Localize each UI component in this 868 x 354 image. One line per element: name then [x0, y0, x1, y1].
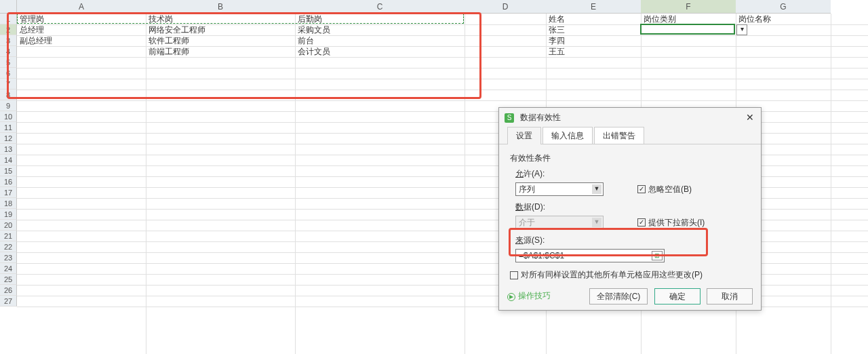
data-select: 介于▼: [515, 216, 604, 229]
cell-C4[interactable]: 会计文员: [295, 46, 465, 57]
col-header-F[interactable]: F: [641, 0, 736, 14]
dropdown-checkbox[interactable]: 提供下拉箭头(I): [637, 217, 705, 229]
allow-label: 允许(A):: [515, 168, 750, 180]
dialog-titlebar[interactable]: S 数据有效性 ✕: [499, 108, 761, 127]
row-header-10[interactable]: 10: [0, 111, 17, 122]
source-input[interactable]: =$A$1:$C$1⊞: [515, 249, 665, 262]
cell-E3[interactable]: 李四: [546, 35, 641, 46]
row-header-14[interactable]: 14: [0, 155, 17, 165]
cell-A3[interactable]: 副总经理: [17, 35, 146, 46]
chevron-down-icon: ▼: [592, 184, 601, 194]
condition-label: 有效性条件: [510, 153, 750, 164]
app-icon: S: [505, 113, 514, 123]
row-header-23[interactable]: 23: [0, 252, 17, 263]
row-header-13[interactable]: 13: [0, 144, 17, 155]
row-header-9[interactable]: 9: [0, 100, 17, 111]
dialog-tabs: 设置输入信息出错警告: [499, 127, 761, 144]
col-header-E[interactable]: E: [546, 0, 641, 14]
cell-E1[interactable]: 姓名: [546, 14, 641, 24]
cell-B3[interactable]: 软件工程师: [146, 35, 295, 46]
cell-A2[interactable]: 总经理: [17, 24, 146, 35]
active-cell-outline: [640, 24, 735, 35]
cell-E2[interactable]: 张三: [546, 24, 641, 35]
row-header-4[interactable]: 4: [0, 46, 17, 57]
col-header-A[interactable]: A: [17, 0, 146, 14]
col-header-C[interactable]: C: [295, 0, 465, 14]
cell-dropdown-button[interactable]: ▾: [736, 24, 747, 35]
allow-select[interactable]: 序列▼: [515, 182, 604, 196]
row-header-12[interactable]: 12: [0, 133, 17, 144]
cell-B2[interactable]: 网络安全工程师: [146, 24, 295, 35]
row-header-11[interactable]: 11: [0, 122, 17, 133]
dialog-title: 数据有效性: [520, 113, 561, 122]
source-label: 来源(S):: [515, 235, 750, 246]
cell-B1[interactable]: 技术岗: [146, 14, 295, 24]
cell-B4[interactable]: 前端工程师: [146, 46, 295, 57]
cell-E4[interactable]: 王五: [546, 46, 641, 57]
row-header-27[interactable]: 27: [0, 296, 17, 307]
clear-all-button[interactable]: 全部清除(C): [589, 288, 648, 304]
row-header-3[interactable]: 3: [0, 35, 17, 46]
cell-G1[interactable]: 岗位名称: [736, 14, 831, 24]
close-icon[interactable]: ✕: [743, 111, 757, 124]
row-header-20[interactable]: 20: [0, 220, 17, 231]
col-header-B[interactable]: B: [146, 0, 295, 14]
row-header-16[interactable]: 16: [0, 176, 17, 187]
cell-C3[interactable]: 前台: [295, 35, 465, 46]
ok-button[interactable]: 确定: [654, 288, 701, 304]
col-header-D[interactable]: D: [465, 0, 546, 14]
select-all-corner[interactable]: [0, 0, 17, 14]
row-header-8[interactable]: 8: [0, 90, 17, 100]
row-header-18[interactable]: 18: [0, 198, 17, 209]
row-header-19[interactable]: 19: [0, 209, 17, 220]
cell-C1[interactable]: 后勤岗: [295, 14, 465, 24]
col-header-G[interactable]: G: [736, 0, 831, 14]
cell-A1[interactable]: 管理岗: [17, 14, 146, 24]
row-header-5[interactable]: 5: [0, 57, 17, 68]
row-header-24[interactable]: 24: [0, 263, 17, 274]
cell-F1[interactable]: 岗位类别: [641, 14, 736, 24]
row-header-17[interactable]: 17: [0, 187, 17, 198]
cancel-button[interactable]: 取消: [707, 288, 753, 304]
tab-0[interactable]: 设置: [507, 127, 541, 144]
tab-2[interactable]: 出错警告: [594, 127, 644, 144]
row-header-1[interactable]: 1: [0, 14, 17, 24]
apply-all-checkbox[interactable]: 对所有同样设置的其他所有单元格应用这些更改(P): [510, 269, 750, 281]
row-header-6[interactable]: 6: [0, 68, 17, 79]
row-header-7[interactable]: 7: [0, 79, 17, 90]
data-label: 数据(D):: [515, 201, 750, 213]
tab-1[interactable]: 输入信息: [542, 127, 593, 144]
cell-C2[interactable]: 采购文员: [295, 24, 465, 35]
row-header-22[interactable]: 22: [0, 241, 17, 252]
chevron-down-icon: ▼: [592, 218, 601, 227]
ignore-blank-checkbox[interactable]: 忽略空值(B): [637, 184, 692, 195]
data-validation-dialog[interactable]: S 数据有效性 ✕ 设置输入信息出错警告 有效性条件 允许(A): 序列▼ 忽略…: [498, 107, 762, 311]
range-picker-icon[interactable]: ⊞: [652, 251, 663, 260]
row-header-26[interactable]: 26: [0, 285, 17, 296]
row-header-21[interactable]: 21: [0, 231, 17, 241]
row-header-2[interactable]: 2: [0, 24, 17, 35]
row-header-25[interactable]: 25: [0, 274, 17, 285]
row-header-15[interactable]: 15: [0, 165, 17, 176]
